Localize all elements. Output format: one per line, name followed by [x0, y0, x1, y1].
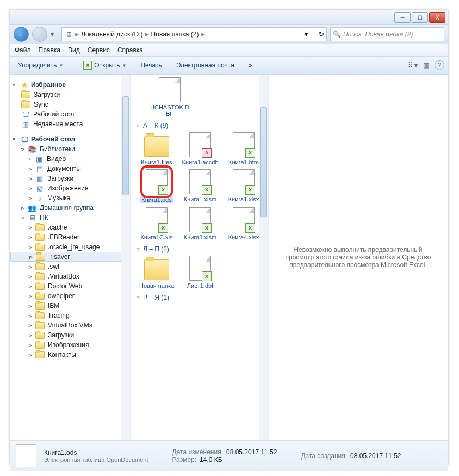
favorites-header[interactable]: ▿★Избранное — [10, 80, 130, 90]
breadcrumb-segment[interactable]: Новая папка (2) — [151, 30, 199, 38]
excel-badge-icon: X — [245, 223, 255, 233]
nav-folder[interactable]: ▹.FBReader — [10, 232, 130, 242]
file-item[interactable]: AКнига1.accdb — [181, 132, 220, 165]
email-button[interactable]: Электронная почта — [172, 60, 239, 71]
navigation-pane: ▿★Избранное Загрузки Sync 🖵Рабочий стол … — [10, 75, 131, 440]
nav-folder[interactable]: ▹Tracing — [10, 311, 130, 320]
breadcrumb-segment[interactable]: Локальный диск (D:) — [81, 30, 143, 38]
excel-badge-icon: X — [245, 148, 255, 158]
desktop-header[interactable]: ▿🖵Рабочий стол — [10, 134, 130, 144]
group-label: А – К (9) — [143, 122, 168, 129]
file-item[interactable]: XКнига3.xlsm — [181, 207, 220, 240]
nav-desktop[interactable]: 🖵Рабочий стол — [10, 109, 130, 119]
nav-recent[interactable]: ▥Недавние места — [10, 119, 130, 129]
nav-downloads-lib[interactable]: ▹▥Загрузки — [10, 174, 130, 183]
print-button[interactable]: Печать — [136, 60, 166, 71]
nav-item-label: .cache — [48, 224, 67, 231]
group-header[interactable]: ▿Р – Я (1) — [135, 292, 268, 304]
folder-icon — [35, 332, 45, 339]
nav-folder[interactable]: ▹Doctor Web — [10, 281, 130, 291]
nav-documents[interactable]: ▹▤Документы — [10, 164, 130, 174]
refresh-button[interactable]: ↻ — [319, 30, 324, 38]
file-item[interactable]: XКнига1.ods — [137, 169, 176, 203]
breadcrumb-dropdown-button[interactable]: ▾ — [305, 30, 317, 38]
menubar: Файл Правка Вид Сервис Справка — [10, 44, 448, 57]
titlebar[interactable]: ─ ☐ X — [10, 10, 448, 25]
more-commands-button[interactable]: » — [244, 60, 257, 71]
file-item[interactable]: Книга1.files — [137, 132, 176, 165]
scrollbar-thumb[interactable] — [122, 96, 129, 195]
file-item[interactable]: XКнига4.xlsx — [224, 207, 263, 240]
organize-button[interactable]: Упорядочить▼ — [14, 60, 67, 71]
menu-edit[interactable]: Правка — [39, 46, 61, 54]
video-icon: ▣ — [35, 155, 44, 163]
nav-folder[interactable]: ▹Изображения — [10, 340, 130, 350]
nav-folder[interactable]: ▹.swt — [10, 262, 130, 271]
group-header[interactable]: ▿А – К (9) — [135, 120, 268, 132]
file-item[interactable]: XКнига1.htm — [224, 132, 263, 165]
nav-folder[interactable]: ▹VirtualBox VMs — [10, 320, 130, 330]
minimize-button[interactable]: ─ — [394, 12, 411, 23]
file-item[interactable]: XЛист1.dbf — [181, 255, 220, 289]
file-icon: X — [189, 256, 211, 281]
file-item[interactable]: XКнига1.xlsx — [224, 169, 263, 203]
chevron-right-icon[interactable]: ▶ — [201, 32, 205, 37]
menu-file[interactable]: Файл — [15, 46, 31, 54]
open-button[interactable]: X Открыть▼ — [79, 59, 131, 71]
nav-folder[interactable]: ▹dwhelper — [10, 291, 130, 301]
search-placeholder: Поиск: Нoвая nanка (2) — [343, 30, 413, 38]
menu-tools[interactable]: Сервис — [88, 46, 110, 54]
nav-folder[interactable]: ▹.oracle_jre_usage — [10, 242, 130, 252]
status-filename: Книга1.ods — [44, 449, 148, 456]
nav-folder[interactable]: ▹IBM — [10, 301, 130, 311]
nav-scrollbar[interactable] — [121, 75, 130, 440]
nav-item-label: Tracing — [48, 312, 70, 319]
preview-pane-button[interactable]: ▥ — [423, 61, 429, 69]
close-button[interactable]: X — [429, 12, 445, 23]
nav-item-label: Контакты — [48, 351, 76, 358]
nav-folder[interactable]: ▹.cache — [10, 222, 130, 232]
nav-images[interactable]: ▹▧Изображения — [10, 183, 130, 193]
nav-folder[interactable]: ▹Загрузки — [10, 330, 130, 340]
monitor-icon: 🖵 — [21, 110, 30, 118]
nav-sync[interactable]: Sync — [10, 100, 130, 109]
nav-item-label: .FBReader — [48, 233, 79, 241]
scrollbar-thumb[interactable] — [260, 107, 267, 217]
nav-history-dropdown[interactable]: ▾ — [51, 30, 58, 38]
help-button[interactable]: ? — [435, 60, 444, 70]
chevron-right-icon[interactable]: ▶ — [75, 32, 79, 37]
chevron-right-icon[interactable]: ▶ — [145, 32, 149, 37]
file-label: Книга3.xlsm — [184, 234, 216, 240]
nav-back-button[interactable]: ← — [14, 27, 29, 42]
breadcrumb[interactable]: 🖥 ▶ Локальный диск (D:) ▶ Новая папка (2… — [61, 27, 327, 41]
nav-pc[interactable]: ▿🖥ПК — [10, 213, 130, 222]
nav-folder[interactable]: ▹Контакты — [10, 350, 130, 360]
nav-folder[interactable]: ▹.VirtualBox — [10, 271, 130, 281]
nav-music[interactable]: ▹♪Музыка — [10, 193, 130, 203]
nav-forward-button[interactable]: → — [32, 27, 47, 42]
view-options-button[interactable]: ⠿ ▾ — [408, 61, 418, 69]
file-item[interactable]: XКнига1С.xls — [137, 207, 176, 240]
content-scrollbar[interactable] — [259, 75, 268, 440]
status-modified-label: Дата изменения: — [172, 448, 224, 456]
nav-item-label: .r.saver — [48, 253, 70, 261]
file-label: Лист1.dbf — [187, 282, 213, 289]
file-item[interactable]: UCHASTOK.DBF — [150, 77, 189, 117]
nav-libraries[interactable]: ▿📚Библиотеки — [10, 144, 130, 154]
nav-video[interactable]: ▹▣Видео — [10, 154, 130, 164]
menu-help[interactable]: Справка — [117, 46, 143, 54]
search-input[interactable]: 🔍 Поиск: Нoвая nanка (2) — [330, 27, 444, 41]
content-pane: UCHASTOK.DBF ▿А – К (9)Книга1.filesAКниг… — [131, 75, 269, 440]
menu-view[interactable]: Вид — [68, 46, 80, 54]
file-label: Книга1.xlsm — [184, 196, 216, 202]
nav-folder[interactable]: ▹.r.saver — [10, 252, 130, 262]
file-item[interactable]: XКнига1.xlsm — [181, 169, 220, 203]
group-label: Л – П (2) — [143, 245, 169, 253]
nav-downloads[interactable]: Загрузки — [10, 90, 130, 100]
nav-item-label: .VirtualBox — [48, 273, 79, 280]
nav-homegroup[interactable]: ▹👥Домашняя группа — [10, 203, 130, 213]
excel-badge-icon: X — [202, 271, 212, 281]
file-item[interactable]: Новая папка — [137, 255, 176, 289]
maximize-button[interactable]: ☐ — [412, 12, 428, 23]
group-header[interactable]: ▿Л – П (2) — [135, 244, 268, 255]
